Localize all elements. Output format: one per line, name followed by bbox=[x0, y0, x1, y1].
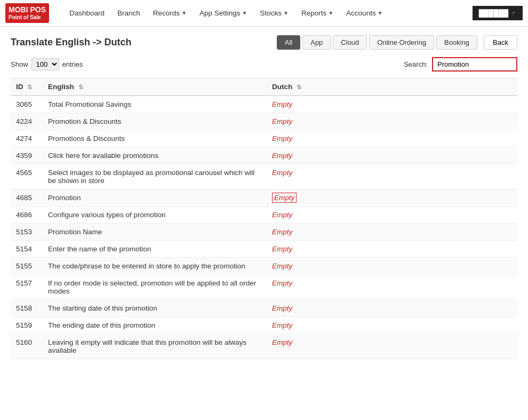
sort-icon-dutch: ⇅ bbox=[297, 84, 301, 90]
cell-english: Configure various types of promotion bbox=[43, 207, 267, 224]
logo-mobi: MOBI POS bbox=[9, 5, 46, 14]
empty-link[interactable]: Empty bbox=[272, 169, 292, 177]
filter-btn-all[interactable]: All bbox=[277, 35, 300, 50]
nav-user-caret: ▼ bbox=[511, 10, 516, 16]
cell-dutch: Empty bbox=[267, 164, 517, 189]
cell-english: The starting date of this promotion bbox=[43, 300, 267, 317]
cell-english: Promotions & Discounts bbox=[43, 130, 267, 147]
logo-pos: Point of Sale bbox=[9, 14, 46, 21]
nav-link-dashboard[interactable]: Dashboard bbox=[64, 6, 110, 20]
cell-id: 4224 bbox=[11, 113, 43, 130]
empty-link[interactable]: Empty bbox=[272, 262, 292, 270]
filter-btn-booking[interactable]: Booking bbox=[436, 35, 477, 50]
table-row: 5160Leaving it empty will indicate that … bbox=[11, 334, 517, 359]
table-body: 3065Total Promotional SavingsEmpty4224Pr… bbox=[11, 96, 517, 359]
empty-link[interactable]: Empty bbox=[272, 279, 292, 287]
nav-link-branch[interactable]: Branch bbox=[112, 6, 146, 20]
cell-dutch: Empty bbox=[267, 96, 517, 113]
cell-id: 5154 bbox=[11, 241, 43, 258]
empty-link[interactable]: Empty bbox=[272, 304, 292, 312]
cell-dutch: Empty bbox=[267, 317, 517, 334]
logo-box: MOBI POS Point of Sale bbox=[5, 3, 49, 23]
cell-english: Promotion Name bbox=[43, 224, 267, 241]
translation-table: ID ⇅ English ⇅ Dutch ⇅ 3065Total Promoti… bbox=[11, 78, 517, 359]
back-button[interactable]: Back bbox=[484, 35, 517, 50]
nav-link-app-settings[interactable]: App Settings▼ bbox=[194, 6, 252, 20]
top-row: Translate English -> Dutch AllAppCloudOn… bbox=[11, 35, 517, 50]
empty-link[interactable]: Empty bbox=[272, 245, 292, 253]
entries-label: entries bbox=[62, 60, 83, 68]
sort-icon-id: ⇅ bbox=[27, 84, 32, 90]
controls-row: Show 102550100 entries Search: bbox=[11, 57, 517, 72]
empty-link[interactable]: Empty bbox=[272, 117, 292, 125]
empty-link[interactable]: Empty bbox=[272, 321, 292, 329]
cell-dutch: Empty bbox=[267, 130, 517, 147]
table-row: 5157If no order mode is selected, promot… bbox=[11, 275, 517, 300]
filter-btn-online-ordering[interactable]: Online Ordering bbox=[369, 35, 434, 50]
cell-english: Total Promotional Savings bbox=[43, 96, 267, 113]
cell-english: The code/phrase to be entered in store t… bbox=[43, 258, 267, 275]
cell-dutch: Empty bbox=[267, 224, 517, 241]
cell-english: If no order mode is selected, promotion … bbox=[43, 275, 267, 300]
empty-link[interactable]: Empty bbox=[272, 228, 292, 236]
cell-english: The ending date of this promotion bbox=[43, 317, 267, 334]
cell-dutch: Empty bbox=[267, 300, 517, 317]
logo-area[interactable]: MOBI POS Point of Sale bbox=[5, 3, 53, 23]
cell-id: 5157 bbox=[11, 275, 43, 300]
empty-link[interactable]: Empty bbox=[272, 338, 292, 346]
page-title: Translate English -> Dutch bbox=[11, 37, 132, 48]
table-row: 3065Total Promotional SavingsEmpty bbox=[11, 96, 517, 113]
nav-link-records[interactable]: Records▼ bbox=[148, 6, 192, 20]
cell-dutch: Empty bbox=[267, 113, 517, 130]
th-id[interactable]: ID ⇅ bbox=[11, 78, 43, 96]
nav-link-reports[interactable]: Reports▼ bbox=[296, 6, 339, 20]
cell-english: Promotion bbox=[43, 189, 267, 207]
empty-link[interactable]: Empty bbox=[272, 193, 297, 203]
nav-caret-reports: ▼ bbox=[328, 10, 333, 16]
nav-caret-accounts: ▼ bbox=[378, 10, 383, 16]
th-english[interactable]: English ⇅ bbox=[43, 78, 267, 96]
nav-link-accounts[interactable]: Accounts▼ bbox=[341, 6, 388, 20]
th-dutch[interactable]: Dutch ⇅ bbox=[267, 78, 517, 96]
cell-id: 5160 bbox=[11, 334, 43, 359]
cell-id: 4686 bbox=[11, 207, 43, 224]
empty-link[interactable]: Empty bbox=[272, 100, 292, 108]
search-input[interactable] bbox=[432, 57, 517, 72]
filter-buttons: AllAppCloudOnline OrderingBooking bbox=[277, 35, 477, 50]
cell-dutch: Empty bbox=[267, 275, 517, 300]
cell-english: Enter the name of the promotion bbox=[43, 241, 267, 258]
table-row: 5158The starting date of this promotionE… bbox=[11, 300, 517, 317]
nav-link-stocks[interactable]: Stocks▼ bbox=[255, 6, 294, 20]
page-content: Translate English -> Dutch AllAppCloudOn… bbox=[0, 27, 528, 368]
cell-id: 5155 bbox=[11, 258, 43, 275]
table-row: 4565Select images to be displayed as pro… bbox=[11, 164, 517, 189]
cell-dutch: Empty bbox=[267, 258, 517, 275]
cell-id: 5158 bbox=[11, 300, 43, 317]
empty-link[interactable]: Empty bbox=[272, 211, 292, 219]
cell-dutch: Empty bbox=[267, 334, 517, 359]
filter-btn-app[interactable]: App bbox=[302, 35, 331, 50]
cell-id: 4274 bbox=[11, 130, 43, 147]
table-row: 5155The code/phrase to be entered in sto… bbox=[11, 258, 517, 275]
empty-link[interactable]: Empty bbox=[272, 134, 292, 142]
show-label: Show bbox=[11, 60, 28, 68]
cell-dutch: Empty bbox=[267, 189, 517, 207]
cell-id: 4565 bbox=[11, 164, 43, 189]
sort-icon-english: ⇅ bbox=[78, 84, 83, 90]
search-area: Search: bbox=[404, 57, 517, 72]
table-row: 4274Promotions & DiscountsEmpty bbox=[11, 130, 517, 147]
table-row: 4685PromotionEmpty bbox=[11, 189, 517, 207]
nav-caret-records: ▼ bbox=[181, 10, 187, 16]
filter-btn-cloud[interactable]: Cloud bbox=[333, 35, 367, 50]
table-row: 5154Enter the name of the promotionEmpty bbox=[11, 241, 517, 258]
nav-user-label: ██████ bbox=[479, 9, 508, 17]
cell-english: Leaving it empty will indicate that this… bbox=[43, 334, 267, 359]
cell-id: 5153 bbox=[11, 224, 43, 241]
nav-user[interactable]: ██████ ▼ bbox=[473, 6, 523, 20]
entries-select[interactable]: 102550100 bbox=[31, 58, 59, 70]
cell-id: 4685 bbox=[11, 189, 43, 207]
table-header: ID ⇅ English ⇅ Dutch ⇅ bbox=[11, 78, 517, 96]
empty-link[interactable]: Empty bbox=[272, 152, 292, 160]
search-label: Search: bbox=[404, 60, 428, 68]
cell-id: 5159 bbox=[11, 317, 43, 334]
